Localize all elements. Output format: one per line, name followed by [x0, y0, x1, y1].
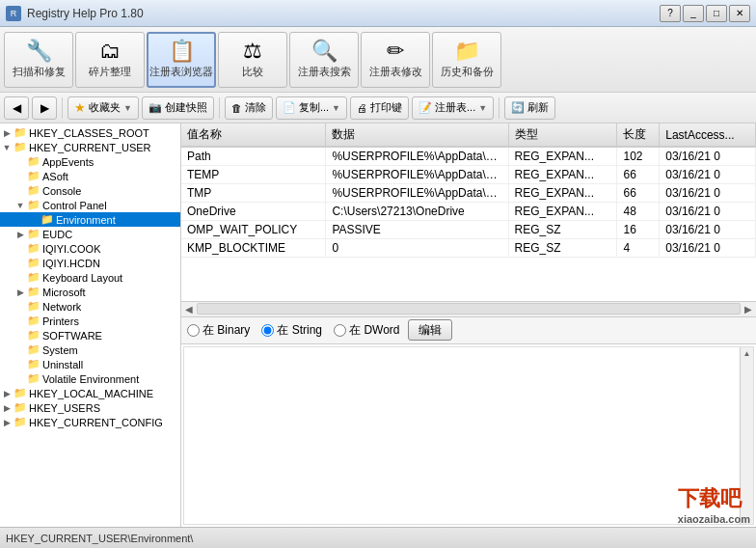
- tree-item-volatile[interactable]: 📁Volatile Environment: [0, 371, 180, 386]
- reg-button[interactable]: 📝 注册表... ▼: [412, 96, 494, 120]
- cell-name: KMP_BLOCKTIME: [181, 239, 326, 258]
- tree-item-hklm[interactable]: ▶📁HKEY_LOCAL_MACHINE: [0, 386, 180, 400]
- registry-tree[interactable]: ▶📁HKEY_CLASSES_ROOT▼📁HKEY_CURRENT_USER 📁…: [0, 123, 181, 527]
- tree-label: Microsoft: [42, 287, 86, 298]
- tree-item-environment[interactable]: 📁Environment: [0, 212, 180, 227]
- tree-item-software[interactable]: 📁SOFTWARE: [0, 328, 180, 342]
- scroll-up-arrow[interactable]: ▲: [743, 347, 751, 358]
- cell-length: 4: [617, 239, 660, 258]
- scroll-right-arrow[interactable]: ▶: [744, 304, 756, 315]
- col-data[interactable]: 数据: [326, 123, 508, 147]
- tree-item-microsoft[interactable]: ▶📁Microsoft: [0, 285, 180, 299]
- scan-icon: 🔧: [26, 41, 52, 62]
- tree-item-keyboard[interactable]: 📁Keyboard Layout: [0, 270, 180, 285]
- tree-item-eudc[interactable]: ▶📁EUDC: [0, 227, 180, 241]
- print-button[interactable]: 🖨 打印键: [350, 96, 409, 120]
- refresh-button[interactable]: 🔄 刷新: [504, 96, 555, 120]
- binary-radio-input[interactable]: [187, 324, 200, 337]
- reg-icon: 📝: [418, 101, 432, 114]
- folder-icon: 📁: [27, 372, 40, 385]
- cell-type: REG_EXPAN...: [508, 184, 617, 203]
- cell-type: REG_EXPAN...: [508, 147, 617, 166]
- table-row[interactable]: KMP_BLOCKTIME 0 REG_SZ 4 03/16/21 0: [181, 239, 756, 258]
- help-button[interactable]: ?: [660, 5, 681, 22]
- col-length[interactable]: 长度: [617, 123, 660, 147]
- tree-item-console[interactable]: 📁Console: [0, 183, 180, 198]
- tree-item-network[interactable]: 📁Network: [0, 299, 180, 314]
- tree-item-system[interactable]: 📁System: [0, 342, 180, 357]
- horizontal-scrollbar[interactable]: ◀ ▶: [181, 302, 756, 317]
- col-name[interactable]: 值名称: [181, 123, 326, 147]
- edit-textarea[interactable]: [184, 347, 753, 525]
- tree-item-hkcc[interactable]: ▶📁HKEY_CURRENT_CONFIG: [0, 415, 180, 429]
- clear-button[interactable]: 🗑 清除: [225, 96, 273, 120]
- table-row[interactable]: OneDrive C:\Users\27213\OneDrive REG_EXP…: [181, 203, 756, 221]
- tree-item-printers[interactable]: 📁Printers: [0, 314, 180, 328]
- tree-item-asoft[interactable]: 📁ASoft: [0, 169, 180, 183]
- cell-type: REG_EXPAN...: [508, 166, 617, 184]
- scroll-track[interactable]: [197, 303, 741, 315]
- print-icon: 🖨: [357, 102, 367, 114]
- col-type[interactable]: 类型: [508, 123, 617, 147]
- snapshot-icon: 📷: [148, 101, 162, 114]
- tree-label: IQIYI.COOK: [42, 243, 101, 255]
- table-row[interactable]: OMP_WAIT_POLICY PASSIVE REG_SZ 16 03/16/…: [181, 221, 756, 239]
- minimize-button[interactable]: _: [683, 5, 704, 22]
- history-icon: 📁: [454, 41, 480, 62]
- expand-icon[interactable]: ▶: [0, 389, 14, 398]
- browser-button[interactable]: 📋 注册表浏览器: [147, 32, 216, 88]
- close-button[interactable]: ✕: [729, 5, 750, 22]
- history-button[interactable]: 📁 历史和备份: [432, 32, 501, 88]
- expand-icon[interactable]: ▼: [14, 201, 27, 210]
- modify-button[interactable]: ✏ 注册表修改: [361, 32, 430, 88]
- tree-item-hku[interactable]: ▶📁HKEY_USERS: [0, 400, 180, 415]
- folder-icon: 📁: [27, 329, 40, 342]
- back-button[interactable]: ◀: [4, 96, 29, 120]
- table-row[interactable]: TEMP %USERPROFILE%\AppData\Loc... REG_EX…: [181, 166, 756, 184]
- string-radio[interactable]: 在 String: [261, 322, 322, 339]
- expand-icon[interactable]: ▶: [14, 230, 27, 239]
- copy-dropdown-icon: ▼: [332, 103, 340, 113]
- edit-button[interactable]: 编辑: [408, 319, 452, 341]
- star-icon: ★: [74, 100, 86, 115]
- search-button[interactable]: 🔍 注册表搜索: [289, 32, 359, 88]
- defrag-label: 碎片整理: [89, 65, 131, 79]
- defrag-button[interactable]: 🗂 碎片整理: [75, 32, 145, 88]
- forward-button[interactable]: ▶: [32, 96, 57, 120]
- tree-item-appevents[interactable]: 📁AppEvents: [0, 154, 180, 169]
- favorites-button[interactable]: ★ 收藏夹 ▼: [68, 96, 139, 120]
- cell-name: Path: [181, 147, 326, 166]
- tree-label: Control Panel: [42, 200, 107, 211]
- folder-icon: 📁: [27, 184, 40, 197]
- dword-radio[interactable]: 在 DWord: [334, 322, 399, 339]
- cell-name: TEMP: [181, 166, 326, 184]
- expand-icon[interactable]: ▶: [0, 403, 14, 413]
- expand-icon[interactable]: ▶: [14, 288, 27, 297]
- table-row[interactable]: TMP %USERPROFILE%\AppData\Loc... REG_EXP…: [181, 184, 756, 203]
- scroll-left-arrow[interactable]: ◀: [181, 304, 193, 315]
- expand-icon[interactable]: ▼: [0, 143, 14, 152]
- tree-item-controlpanel[interactable]: ▼📁Control Panel: [0, 198, 180, 212]
- tree-label: Environment: [56, 214, 116, 226]
- tree-item-hkcu[interactable]: ▼📁HKEY_CURRENT_USER: [0, 140, 180, 154]
- table-row[interactable]: Path %USERPROFILE%\AppData\Loc... REG_EX…: [181, 147, 756, 166]
- tree-item-iqiyihcdn[interactable]: 📁IQIYI.HCDN: [0, 256, 180, 270]
- tree-item-iqiyicook[interactable]: 📁IQIYI.COOK: [0, 241, 180, 256]
- snapshot-button[interactable]: 📷 创建快照: [142, 96, 214, 120]
- tree-item-uninstall[interactable]: 📁Uninstall: [0, 357, 180, 371]
- tree-label: System: [42, 344, 78, 356]
- scan-repair-button[interactable]: 🔧 扫描和修复: [4, 32, 73, 88]
- folder-icon: 📁: [14, 401, 27, 414]
- expand-icon[interactable]: ▶: [0, 128, 14, 138]
- compare-button[interactable]: ⚖ 比较: [218, 32, 287, 88]
- string-radio-input[interactable]: [261, 324, 274, 337]
- dword-radio-input[interactable]: [334, 324, 346, 337]
- maximize-button[interactable]: □: [706, 5, 727, 22]
- registry-table[interactable]: 值名称 数据 类型 长度 LastAccess... Path %USERPRO…: [181, 123, 756, 302]
- copy-button[interactable]: 📄 复制... ▼: [276, 96, 347, 120]
- tree-item-hkcr[interactable]: ▶📁HKEY_CLASSES_ROOT: [0, 125, 180, 140]
- binary-radio[interactable]: 在 Binary: [187, 322, 250, 339]
- folder-icon: 📁: [27, 199, 40, 211]
- expand-icon[interactable]: ▶: [0, 418, 14, 427]
- col-lastaccess[interactable]: LastAccess...: [660, 123, 756, 147]
